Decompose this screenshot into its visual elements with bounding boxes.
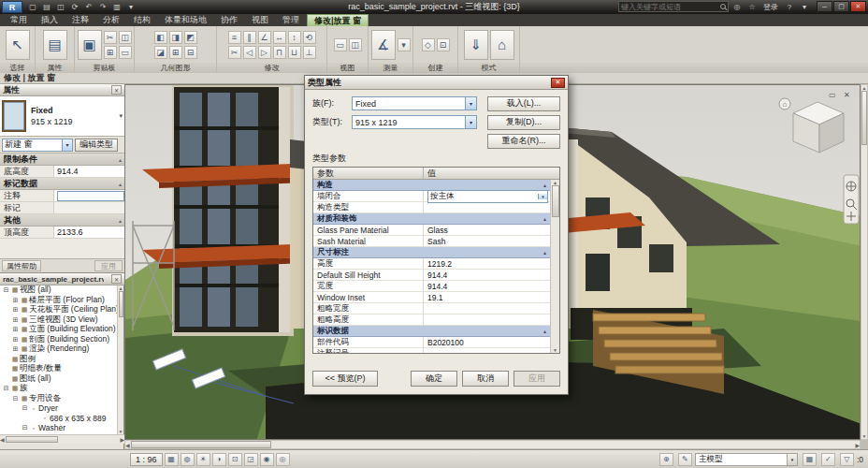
palette-apply-button[interactable]: 应用 bbox=[94, 260, 123, 271]
view-restore-icon[interactable]: ▭ bbox=[829, 91, 836, 99]
other-section-header[interactable]: 其他 ▴ bbox=[0, 214, 124, 227]
group-collapse-icon[interactable]: ▴ bbox=[543, 328, 546, 334]
param-value[interactable] bbox=[424, 348, 550, 354]
param-row[interactable]: 高度1219.2 bbox=[313, 258, 550, 270]
crop-view-icon[interactable]: ⊡ bbox=[228, 453, 242, 466]
scroll-down-icon[interactable]: ▼ bbox=[862, 433, 867, 439]
tab-analyze[interactable]: 分析 bbox=[96, 14, 126, 26]
browser-vertical-scrollbar[interactable]: ▲ ▼ bbox=[117, 285, 123, 434]
type-properties-button[interactable]: ▤ bbox=[43, 30, 67, 60]
new-icon[interactable]: ▢ bbox=[26, 2, 39, 13]
tree-item-dryer[interactable]: ⊟▫Dryer bbox=[0, 403, 118, 414]
param-value[interactable]: 914.4 bbox=[424, 270, 550, 280]
help-icon[interactable]: ? bbox=[783, 1, 796, 12]
paint-icon[interactable]: ⊟ bbox=[184, 46, 197, 59]
param-value[interactable]: 19.1 bbox=[424, 292, 550, 302]
model-in-place-button[interactable]: ⌂ bbox=[490, 30, 514, 60]
section-collapse-icon[interactable]: ▴ bbox=[119, 156, 122, 163]
expander-icon[interactable]: ⊞ bbox=[11, 336, 20, 344]
tree-item-rendering[interactable]: ⊞▦渲染 (Rendering) bbox=[0, 344, 118, 355]
param-value[interactable] bbox=[424, 202, 550, 212]
visual-style-icon[interactable]: ◍ bbox=[181, 453, 195, 466]
sync-icon[interactable]: ⟳ bbox=[68, 2, 81, 13]
filter-dropdown-icon[interactable]: ▾ bbox=[62, 139, 72, 151]
design-options-dropdown-icon[interactable]: ▾ bbox=[787, 454, 797, 465]
measure-dropdown-icon[interactable]: ▾ bbox=[398, 38, 411, 51]
tab-structure[interactable]: 结构 bbox=[127, 14, 157, 26]
mark-row[interactable]: 标记 bbox=[0, 202, 124, 214]
exclude-options-icon[interactable]: ▦ bbox=[803, 453, 817, 466]
param-row[interactable]: 构造类型 bbox=[313, 202, 550, 213]
param-value[interactable]: B2020100 bbox=[424, 337, 550, 347]
worksets-icon[interactable]: ⊕ bbox=[659, 453, 673, 466]
family-combo[interactable]: Fixed ▾ bbox=[352, 96, 477, 110]
group-collapse-icon[interactable]: ▴ bbox=[543, 249, 546, 256]
group-collapse-icon[interactable]: ▴ bbox=[543, 215, 546, 222]
view-a-icon[interactable]: ▭ bbox=[334, 38, 347, 51]
navigation-bar[interactable] bbox=[844, 175, 859, 224]
type-selector-dropdown-icon[interactable]: ▾ bbox=[119, 112, 123, 120]
properties-close-icon[interactable]: ✕ bbox=[111, 85, 122, 95]
param-value[interactable]: 1219.2 bbox=[424, 258, 550, 269]
expander-icon[interactable]: ⊞ bbox=[11, 326, 20, 333]
value-dropdown-icon[interactable]: ▾ bbox=[538, 194, 547, 199]
type-combo[interactable]: 915 x 1219 ▾ bbox=[352, 115, 477, 129]
view-close-icon[interactable]: ✕ bbox=[844, 91, 850, 99]
param-row[interactable]: 粗略高度 bbox=[313, 314, 550, 326]
group-collapse-icon[interactable]: ▴ bbox=[543, 182, 546, 188]
join-icon[interactable]: ◩ bbox=[184, 31, 197, 44]
project-browser-header[interactable]: rac_basic_sample_project.rvt - ... ✕ bbox=[0, 273, 124, 285]
load-button[interactable]: 载入(L)... bbox=[487, 96, 560, 111]
view-scale-button[interactable]: 1 : 96 bbox=[130, 453, 163, 466]
expander-icon[interactable]: ⊞ bbox=[11, 306, 20, 314]
identity-section-header[interactable]: 标记数据 ▴ bbox=[0, 178, 124, 190]
editing-requests-icon[interactable]: ✎ bbox=[678, 453, 692, 466]
canvas-horizontal-scrollbar[interactable]: ◀ ▶ bbox=[124, 440, 861, 449]
reveal-hidden-icon[interactable]: ◎ bbox=[276, 453, 290, 466]
apply-button[interactable]: 应用 bbox=[514, 371, 560, 387]
tree-item-specialty-equipment[interactable]: ⊟▦专用设备 bbox=[0, 394, 118, 404]
head-height-value[interactable]: 2133.6 bbox=[54, 227, 124, 238]
dialog-title-bar[interactable]: 类型属性 ✕ bbox=[305, 76, 568, 90]
create-group-icon[interactable]: ◇ bbox=[422, 38, 435, 51]
scale-icon[interactable]: ⊔ bbox=[288, 46, 301, 59]
expander-icon[interactable]: ⊞ bbox=[11, 297, 20, 304]
scroll-left-icon[interactable]: ◀ bbox=[125, 442, 130, 448]
param-row[interactable]: Glass Pane MaterialGlass bbox=[313, 225, 550, 236]
wall-closure-combo[interactable]: 按主体▾ bbox=[427, 190, 548, 203]
param-row[interactable]: Window Inset19.1 bbox=[313, 292, 550, 303]
param-value[interactable] bbox=[424, 314, 550, 325]
param-row[interactable]: Sash MaterialSash bbox=[313, 236, 550, 247]
wall-join-icon[interactable]: ◪ bbox=[154, 46, 167, 59]
cut-geometry-icon[interactable]: ◨ bbox=[169, 31, 182, 44]
show-crop-icon[interactable]: ◲ bbox=[244, 453, 258, 466]
undo-icon[interactable]: ↶ bbox=[82, 2, 95, 13]
sc rollbar-thumb[interactable] bbox=[552, 185, 559, 217]
tree-item-schedules[interactable]: ▦明细表/数量 bbox=[0, 364, 118, 374]
print-icon[interactable]: ▥ bbox=[110, 2, 123, 13]
param-row[interactable]: 注释记号 bbox=[313, 348, 550, 354]
element-filter-combo[interactable]: 新建 窗 ▾ bbox=[2, 139, 73, 152]
mark-value[interactable] bbox=[54, 202, 124, 213]
cut-icon[interactable]: ✂ bbox=[104, 31, 117, 44]
tree-item-washer[interactable]: ⊟▫Washer bbox=[0, 423, 118, 433]
tab-massing-site[interactable]: 体量和场地 bbox=[158, 14, 213, 26]
application-menu-button[interactable]: R bbox=[2, 1, 22, 13]
design-options-select[interactable]: 主模型 ▾ bbox=[695, 453, 798, 466]
favorites-icon[interactable]: ☆ bbox=[745, 1, 759, 12]
offset-icon[interactable]: ∥ bbox=[243, 31, 256, 44]
copy-icon[interactable]: ⊞ bbox=[104, 46, 117, 59]
project-browser-close-icon[interactable]: ✕ bbox=[111, 274, 122, 284]
section-collapse-icon[interactable]: ▴ bbox=[119, 181, 122, 187]
shadows-icon[interactable]: ◑ bbox=[212, 453, 226, 466]
group-row-dimensions[interactable]: 尺寸标注▴ bbox=[313, 247, 550, 258]
param-column-header[interactable]: 参数 bbox=[313, 168, 424, 179]
cancel-button[interactable]: 取消 bbox=[462, 371, 509, 387]
scrollbar-thumb[interactable] bbox=[131, 441, 271, 448]
tab-view[interactable]: 视图 bbox=[245, 14, 275, 26]
expander-icon[interactable]: ⊟ bbox=[2, 286, 10, 294]
communication-center-icon[interactable]: ◎ bbox=[731, 1, 744, 12]
scrollbar-thumb[interactable] bbox=[119, 291, 123, 317]
tab-annotate[interactable]: 注释 bbox=[65, 14, 95, 26]
canvas-vertical-scrollbar[interactable]: ▲ ▼ bbox=[861, 84, 868, 440]
